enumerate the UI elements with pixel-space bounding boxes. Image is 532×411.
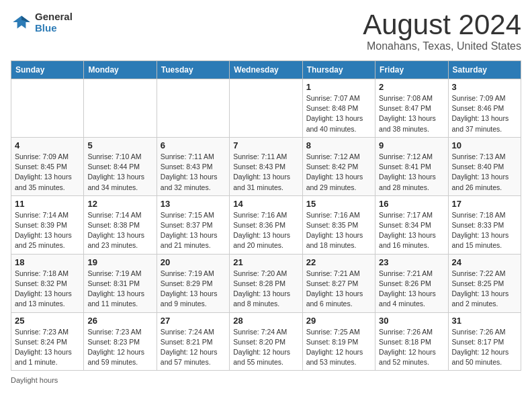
- header: General Blue August 2024 Monahans, Texas…: [11, 11, 521, 52]
- day-info: Sunrise: 7:15 AM Sunset: 8:37 PM Dayligh…: [161, 210, 226, 251]
- day-info: Sunrise: 7:16 AM Sunset: 8:35 PM Dayligh…: [306, 210, 371, 251]
- day-of-week-header: Friday: [375, 61, 448, 79]
- calendar-cell: 8Sunrise: 7:12 AM Sunset: 8:42 PM Daylig…: [302, 137, 375, 195]
- day-info: Sunrise: 7:21 AM Sunset: 8:26 PM Dayligh…: [379, 269, 444, 310]
- day-number: 18: [15, 257, 80, 267]
- day-info: Sunrise: 7:11 AM Sunset: 8:43 PM Dayligh…: [161, 152, 226, 193]
- calendar-cell: 13Sunrise: 7:15 AM Sunset: 8:37 PM Dayli…: [157, 195, 229, 254]
- day-info: Sunrise: 7:19 AM Sunset: 8:29 PM Dayligh…: [161, 269, 226, 310]
- day-number: 14: [233, 199, 298, 209]
- day-info: Sunrise: 7:12 AM Sunset: 8:41 PM Dayligh…: [379, 152, 444, 193]
- day-number: 10: [452, 140, 517, 150]
- day-number: 6: [161, 140, 226, 150]
- day-of-week-header: Tuesday: [157, 61, 229, 79]
- calendar-week-row: 18Sunrise: 7:18 AM Sunset: 8:32 PM Dayli…: [11, 254, 521, 312]
- day-info: Sunrise: 7:16 AM Sunset: 8:36 PM Dayligh…: [233, 210, 298, 251]
- day-info: Sunrise: 7:23 AM Sunset: 8:24 PM Dayligh…: [15, 327, 80, 368]
- day-number: 22: [306, 257, 371, 267]
- day-number: 28: [233, 316, 298, 326]
- calendar-cell: 20Sunrise: 7:19 AM Sunset: 8:29 PM Dayli…: [157, 254, 229, 312]
- day-number: 31: [452, 316, 517, 326]
- calendar-cell: 14Sunrise: 7:16 AM Sunset: 8:36 PM Dayli…: [230, 195, 302, 254]
- day-info: Sunrise: 7:14 AM Sunset: 8:39 PM Dayligh…: [15, 210, 80, 251]
- calendar-cell: 29Sunrise: 7:25 AM Sunset: 8:19 PM Dayli…: [302, 312, 375, 371]
- day-info: Sunrise: 7:18 AM Sunset: 8:33 PM Dayligh…: [452, 210, 517, 251]
- day-of-week-header: Wednesday: [230, 61, 302, 79]
- calendar-table: SundayMondayTuesdayWednesdayThursdayFrid…: [11, 60, 521, 371]
- day-number: 2: [379, 82, 444, 92]
- day-number: 15: [306, 199, 371, 209]
- day-number: 3: [452, 82, 517, 92]
- calendar-cell: 6Sunrise: 7:11 AM Sunset: 8:43 PM Daylig…: [157, 137, 229, 195]
- calendar-cell: 22Sunrise: 7:21 AM Sunset: 8:27 PM Dayli…: [302, 254, 375, 312]
- calendar-cell: 17Sunrise: 7:18 AM Sunset: 8:33 PM Dayli…: [448, 195, 521, 254]
- calendar-week-row: 4Sunrise: 7:09 AM Sunset: 8:45 PM Daylig…: [11, 137, 521, 195]
- day-info: Sunrise: 7:24 AM Sunset: 8:21 PM Dayligh…: [161, 327, 226, 368]
- calendar-cell: 12Sunrise: 7:14 AM Sunset: 8:38 PM Dayli…: [84, 195, 157, 254]
- day-of-week-header: Monday: [84, 61, 157, 79]
- day-number: 27: [161, 316, 226, 326]
- day-info: Sunrise: 7:20 AM Sunset: 8:28 PM Dayligh…: [233, 269, 298, 310]
- calendar-cell: [230, 79, 302, 138]
- day-info: Sunrise: 7:17 AM Sunset: 8:34 PM Dayligh…: [379, 210, 444, 251]
- calendar-cell: 9Sunrise: 7:12 AM Sunset: 8:41 PM Daylig…: [375, 137, 448, 195]
- day-info: Sunrise: 7:24 AM Sunset: 8:20 PM Dayligh…: [233, 327, 298, 368]
- day-info: Sunrise: 7:14 AM Sunset: 8:38 PM Dayligh…: [87, 210, 152, 251]
- day-number: 1: [306, 82, 371, 92]
- day-info: Sunrise: 7:19 AM Sunset: 8:31 PM Dayligh…: [87, 269, 152, 310]
- calendar-cell: 21Sunrise: 7:20 AM Sunset: 8:28 PM Dayli…: [230, 254, 302, 312]
- logo: General Blue: [11, 11, 73, 34]
- day-number: 19: [87, 257, 152, 267]
- day-number: 24: [452, 257, 517, 267]
- day-number: 11: [15, 199, 80, 209]
- day-number: 21: [233, 257, 298, 267]
- day-number: 8: [306, 140, 371, 150]
- daylight-label: Daylight hours: [11, 376, 58, 384]
- calendar-cell: [11, 79, 84, 138]
- calendar-cell: 26Sunrise: 7:23 AM Sunset: 8:23 PM Dayli…: [84, 312, 157, 371]
- calendar-cell: 2Sunrise: 7:08 AM Sunset: 8:47 PM Daylig…: [375, 79, 448, 138]
- day-number: 25: [15, 316, 80, 326]
- day-info: Sunrise: 7:22 AM Sunset: 8:25 PM Dayligh…: [452, 269, 517, 310]
- logo-text: General Blue: [35, 11, 73, 34]
- calendar-cell: 18Sunrise: 7:18 AM Sunset: 8:32 PM Dayli…: [11, 254, 84, 312]
- day-info: Sunrise: 7:10 AM Sunset: 8:44 PM Dayligh…: [87, 152, 152, 193]
- title-block: August 2024 Monahans, Texas, United Stat…: [363, 11, 521, 52]
- calendar-cell: 28Sunrise: 7:24 AM Sunset: 8:20 PM Dayli…: [230, 312, 302, 371]
- day-number: 12: [87, 199, 152, 209]
- calendar-cell: 1Sunrise: 7:07 AM Sunset: 8:48 PM Daylig…: [302, 79, 375, 138]
- day-number: 30: [379, 316, 444, 326]
- calendar-cell: 16Sunrise: 7:17 AM Sunset: 8:34 PM Dayli…: [375, 195, 448, 254]
- day-number: 13: [161, 199, 226, 209]
- day-info: Sunrise: 7:18 AM Sunset: 8:32 PM Dayligh…: [15, 269, 80, 310]
- calendar-week-row: 11Sunrise: 7:14 AM Sunset: 8:39 PM Dayli…: [11, 195, 521, 254]
- calendar-cell: 31Sunrise: 7:26 AM Sunset: 8:17 PM Dayli…: [448, 312, 521, 371]
- calendar-cell: 5Sunrise: 7:10 AM Sunset: 8:44 PM Daylig…: [84, 137, 157, 195]
- day-info: Sunrise: 7:11 AM Sunset: 8:43 PM Dayligh…: [233, 152, 298, 193]
- day-number: 5: [87, 140, 152, 150]
- calendar-cell: 4Sunrise: 7:09 AM Sunset: 8:45 PM Daylig…: [11, 137, 84, 195]
- day-number: 16: [379, 199, 444, 209]
- calendar-cell: [157, 79, 229, 138]
- calendar-cell: 25Sunrise: 7:23 AM Sunset: 8:24 PM Dayli…: [11, 312, 84, 371]
- calendar-cell: 10Sunrise: 7:13 AM Sunset: 8:40 PM Dayli…: [448, 137, 521, 195]
- footer: Daylight hours: [11, 376, 521, 384]
- day-info: Sunrise: 7:23 AM Sunset: 8:23 PM Dayligh…: [87, 327, 152, 368]
- calendar-cell: 7Sunrise: 7:11 AM Sunset: 8:43 PM Daylig…: [230, 137, 302, 195]
- day-info: Sunrise: 7:26 AM Sunset: 8:17 PM Dayligh…: [452, 327, 517, 368]
- day-number: 7: [233, 140, 298, 150]
- day-number: 20: [161, 257, 226, 267]
- calendar-cell: 15Sunrise: 7:16 AM Sunset: 8:35 PM Dayli…: [302, 195, 375, 254]
- day-info: Sunrise: 7:07 AM Sunset: 8:48 PM Dayligh…: [306, 93, 371, 134]
- calendar-cell: 27Sunrise: 7:24 AM Sunset: 8:21 PM Dayli…: [157, 312, 229, 371]
- calendar-week-row: 1Sunrise: 7:07 AM Sunset: 8:48 PM Daylig…: [11, 79, 521, 138]
- calendar-cell: 30Sunrise: 7:26 AM Sunset: 8:18 PM Dayli…: [375, 312, 448, 371]
- day-number: 4: [15, 140, 80, 150]
- day-number: 23: [379, 257, 444, 267]
- day-info: Sunrise: 7:09 AM Sunset: 8:46 PM Dayligh…: [452, 93, 517, 134]
- logo-icon: [11, 11, 32, 33]
- day-number: 17: [452, 199, 517, 209]
- day-info: Sunrise: 7:13 AM Sunset: 8:40 PM Dayligh…: [452, 152, 517, 193]
- day-of-week-header: Sunday: [11, 61, 84, 79]
- day-info: Sunrise: 7:09 AM Sunset: 8:45 PM Dayligh…: [15, 152, 80, 193]
